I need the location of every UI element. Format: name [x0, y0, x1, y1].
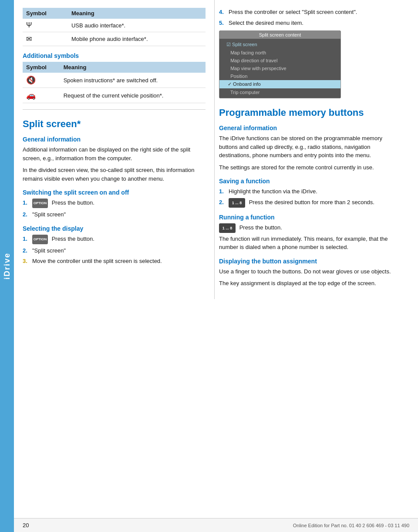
meaning-cell: Spoken instructions* are switched off. — [60, 73, 206, 88]
list-item: 3. Move the controller until the split s… — [23, 257, 206, 266]
additional-symbol-table: Symbol Meaning 🔇 Spoken instructions* ar… — [23, 62, 206, 103]
displaying-para1: Use a finger to touch the buttons. Do no… — [219, 267, 395, 276]
prog-para2: The settings are stored for the remote c… — [219, 163, 395, 172]
menu-item-position: Position — [219, 72, 340, 80]
list-item: 2. "Split screen" — [23, 210, 206, 219]
menu-item-map-north: Map facing north — [219, 49, 340, 57]
menu-item-trip-computer: Trip computer — [219, 88, 340, 96]
list-item: 2. 1 ... 8 Press the desired button for … — [219, 198, 395, 208]
symbol-cell: 🚗 — [23, 88, 60, 103]
prog-para1: The iDrive functions can be stored on th… — [219, 134, 395, 160]
symbol-cell: Ψ — [23, 19, 68, 32]
menu-item-onboard-info: ✓ Onboard info — [219, 80, 340, 88]
table-row: ✉ Mobile phone audio interface*. — [23, 32, 206, 46]
right-steps-top: 4. Press the controller or select "Split… — [219, 8, 395, 27]
col-header-symbol2: Symbol — [23, 62, 60, 73]
col-header-symbol: Symbol — [23, 8, 68, 19]
prog-general-info-header: General information — [219, 125, 395, 131]
meaning-cell: Request of the current vehicle position*… — [60, 88, 206, 103]
menu-item-split-screen: ☑ Split screen — [219, 40, 340, 49]
symbol-cell: ✉ — [23, 32, 68, 46]
option-icon: OPTION — [32, 199, 48, 208]
left-column: Symbol Meaning Ψ USB audio interface*. ✉… — [14, 0, 214, 299]
split-screen-section-title: Split screen* — [23, 118, 206, 130]
table-row: 🔇 Spoken instructions* are switched off. — [23, 73, 206, 88]
mem-button-icon: 1 ... 8 — [229, 198, 245, 208]
sidebar-tab: iDrive — [0, 0, 14, 532]
running-desc: The function will run immediately. This … — [219, 235, 395, 252]
main-symbol-table: Symbol Meaning Ψ USB audio interface*. ✉… — [23, 8, 206, 46]
menu-item-map-perspective: Map view with perspective — [219, 64, 340, 72]
option-icon2: OPTION — [32, 235, 48, 244]
col-header-meaning: Meaning — [68, 8, 206, 19]
split-screen-para2: In the divided screen view, the so-calle… — [23, 166, 206, 183]
selecting-steps: 1. OPTION Press the button. 2. "Split sc… — [23, 235, 206, 266]
right-column: 4. Press the controller or select "Split… — [214, 0, 404, 299]
additional-symbols-header: Additional symbols — [23, 52, 206, 59]
footer: 20 Online Edition for Part no. 01 40 2 6… — [14, 518, 418, 532]
divider — [23, 109, 206, 110]
split-screen-mockup: Split screen content ☑ Split screen Map … — [219, 30, 341, 98]
menu-item-map-direction: Map direction of travel — [219, 57, 340, 64]
selecting-header: Selecting the display — [23, 225, 206, 232]
list-item: 1. OPTION Press the button. — [23, 199, 206, 208]
table-row: 🚗 Request of the current vehicle positio… — [23, 88, 206, 103]
page-number: 20 — [23, 522, 29, 529]
running-content: 1 ... 8 Press the button. The function w… — [219, 223, 395, 252]
sidebar-label: iDrive — [3, 253, 12, 279]
saving-header: Saving a function — [219, 178, 395, 185]
split-screen-menu: ☑ Split screen Map facing north Map dire… — [219, 39, 340, 98]
displaying-para2: The key assignment is displayed at the t… — [219, 279, 395, 288]
meaning-cell: USB audio interface*. — [68, 19, 206, 32]
symbol-cell: 🔇 — [23, 73, 60, 88]
meaning-cell: Mobile phone audio interface*. — [68, 32, 206, 46]
split-screen-para1: Additional information can be displayed … — [23, 145, 206, 162]
saving-steps: 1. Highlight the function via the iDrive… — [219, 187, 395, 208]
list-item: 4. Press the controller or select "Split… — [219, 8, 395, 17]
table-row: Ψ USB audio interface*. — [23, 19, 206, 32]
prog-mem-section-title: Programmable memory buttons — [219, 107, 395, 118]
list-item: 1. OPTION Press the button. — [23, 235, 206, 244]
split-screen-content-title: Split screen content — [219, 31, 340, 39]
list-item: 2. "Split screen" — [23, 246, 206, 255]
running-header: Running a function — [219, 214, 395, 221]
edition-text: Online Edition for Part no. 01 40 2 606 … — [293, 523, 409, 528]
col-header-meaning2: Meaning — [60, 62, 206, 73]
mem-run-icon: 1 ... 8 — [219, 223, 236, 233]
split-screen-general-info-header: General information — [23, 136, 206, 143]
switching-steps: 1. OPTION Press the button. 2. "Split sc… — [23, 199, 206, 219]
displaying-header: Displaying the button assignment — [219, 258, 395, 265]
switching-header: Switching the split screen on and off — [23, 189, 206, 196]
list-item: 5. Select the desired menu item. — [219, 19, 395, 27]
running-step: 1 ... 8 Press the button. — [219, 223, 395, 233]
list-item: 1. Highlight the function via the iDrive… — [219, 187, 395, 196]
